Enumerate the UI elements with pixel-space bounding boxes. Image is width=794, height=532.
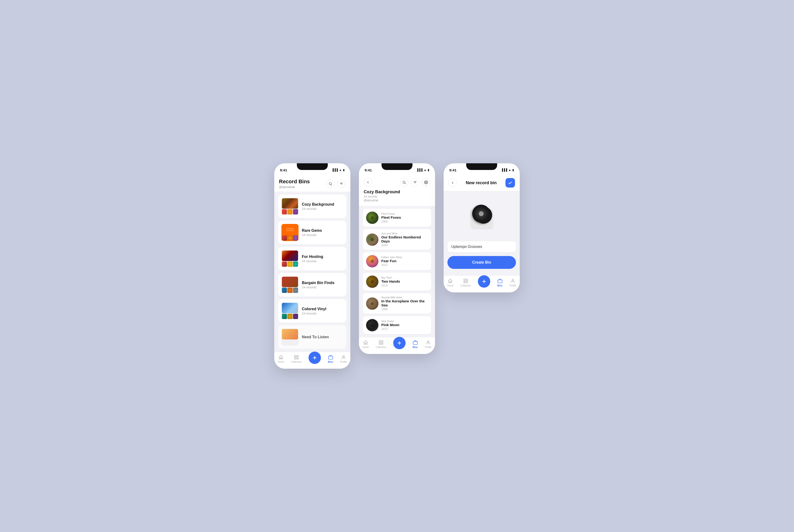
battery-icon-2: ▮ [428, 168, 429, 172]
bottom-nav-1: Home Collection Bins Profile [274, 352, 350, 369]
back-button-3[interactable] [448, 178, 457, 187]
nav-collection-2[interactable]: Collection [376, 340, 386, 348]
phone-screen2: 9:41 ▐▐▐ ▲ ▮ [359, 163, 435, 354]
nav-label-bins-2: Bins [413, 346, 418, 348]
bin-count-hosting: 24 records [302, 259, 343, 263]
confirm-button-3[interactable] [505, 178, 515, 188]
record-artist-nmh: Neutral Milk Hotel [381, 296, 428, 299]
record-info-fleetfoxes: Fleet Foxes Fleet Foxes 2008 [381, 212, 428, 223]
back-button-2[interactable] [364, 178, 372, 187]
detail-actions-2 [400, 178, 430, 187]
home-icon-2 [363, 340, 368, 345]
screen-3: New record bin [444, 175, 520, 292]
bin-name-cozy: Cozy Background [302, 202, 343, 207]
status-icons-2: ▐▐▐ ▲ ▮ [417, 168, 429, 172]
nav-add-1[interactable] [309, 352, 321, 364]
nav-label-collection-1: Collection [291, 361, 302, 363]
header-text-group: Record Bins @ejmudrak [279, 178, 310, 189]
settings-button-2[interactable] [422, 178, 430, 187]
status-time-2: 9:41 [365, 168, 372, 172]
bin-name-input-3[interactable] [451, 245, 512, 249]
svg-point-0 [329, 182, 331, 185]
search-button-1[interactable] [326, 179, 335, 188]
bin-thumbs-rare [282, 235, 298, 241]
svg-point-34 [512, 279, 514, 281]
status-time-1: 9:41 [280, 168, 287, 172]
profile-icon-2 [426, 340, 431, 345]
vinyl-visual-3 [466, 204, 497, 228]
nav-label-profile-1: Profile [340, 361, 347, 363]
bin-count-rare: 24 records [302, 233, 343, 237]
record-row-ironwine[interactable]: Iron and Wine Our Endless Numbered Days … [363, 229, 431, 250]
record-row-nmh[interactable]: Neutral Milk Hotel In the Aeroplane Over… [363, 293, 431, 314]
svg-rect-25 [413, 341, 417, 344]
new-bin-bottom-3: Create Bin [444, 256, 520, 276]
record-info-fjm: Father John Misty Fear Fun 2012 [381, 256, 428, 267]
bin-count-2: 24 records [364, 195, 430, 198]
sort-button-2[interactable] [411, 178, 419, 187]
bins-icon-1 [328, 355, 333, 360]
nav-bins-1[interactable]: Bins [328, 355, 333, 363]
record-row-bigthief[interactable]: Big Thief Two Hands 2019 [363, 273, 431, 291]
nav-add-3[interactable] [478, 275, 490, 288]
svg-rect-29 [464, 282, 465, 283]
nav-bins-2[interactable]: Bins [413, 340, 418, 348]
svg-rect-6 [297, 355, 298, 357]
record-info-nmh: Neutral Milk Hotel In the Aeroplane Over… [381, 296, 428, 311]
svg-point-18 [426, 182, 426, 183]
svg-rect-8 [297, 358, 298, 359]
record-title-nmh: In the Aeroplane Over the Sea [381, 299, 428, 307]
nav-home-3[interactable]: Home [447, 278, 454, 287]
nav-home-1[interactable]: Home [278, 355, 284, 363]
signal-icon: ▐▐▐ [332, 168, 338, 172]
record-row-nickdrake[interactable]: Nick Drake Pink Moon 1972 [363, 316, 431, 334]
nav-add-2[interactable] [393, 337, 406, 349]
nav-label-bins-1: Bins [328, 361, 333, 363]
svg-line-14 [405, 183, 406, 184]
nav-bins-3[interactable]: Bins [497, 278, 503, 287]
back-icon-3 [451, 181, 455, 185]
svg-rect-28 [466, 279, 468, 281]
signal-icon-3: ▐▐▐ [501, 168, 507, 172]
page-subtitle-1: @ejmudrak [279, 185, 310, 189]
bin-card-cozy[interactable]: Cozy Background 24 records [278, 194, 347, 218]
battery-icon-3: ▮ [512, 168, 514, 172]
search-button-2[interactable] [400, 178, 408, 187]
bin-card-rare[interactable]: CHANNELORANGE Rare Gems 24 records [278, 221, 347, 244]
create-bin-button-3[interactable]: Create Bin [447, 256, 516, 269]
bin-card-need[interactable]: Need To Listen [278, 325, 347, 349]
nav-profile-2[interactable]: Profile [425, 340, 431, 348]
notch-2 [382, 163, 412, 170]
collection-icon-2 [378, 340, 384, 345]
battery-icon: ▮ [343, 168, 345, 172]
search-icon-2 [402, 180, 406, 184]
bin-thumbs-cozy [282, 209, 298, 214]
nav-profile-3[interactable]: Profile [510, 278, 516, 287]
bottom-nav-3: Home Collection Bins Profile [444, 276, 520, 292]
nav-collection-1[interactable]: Collection [291, 355, 302, 363]
header-actions-1 [326, 179, 346, 188]
record-art-bigthief [366, 276, 378, 288]
nav-collection-3[interactable]: Collection [461, 278, 471, 287]
record-row-fjm[interactable]: Father John Misty Fear Fun 2012 [363, 252, 431, 270]
profile-icon-3 [510, 278, 515, 284]
record-art-nickdrake [366, 319, 378, 331]
svg-line-1 [331, 185, 332, 185]
bin-card-colored[interactable]: Colored Vinyl 24 records [278, 299, 347, 323]
status-icons-1: ▐▐▐ ▲ ▮ [332, 168, 345, 172]
record-art-fleetfoxes [366, 212, 378, 224]
search-icon-1 [329, 182, 332, 186]
svg-point-12 [343, 356, 344, 357]
sort-button-1[interactable] [337, 179, 346, 188]
nav-home-2[interactable]: Home [363, 340, 369, 348]
record-title-ironwine: Our Endless Numbered Days [381, 235, 428, 243]
vinyl-placeholder-3 [447, 195, 516, 238]
record-row-fleetfoxes[interactable]: Fleet Foxes Fleet Foxes 2008 [363, 209, 431, 227]
phone-screen3: 9:41 ▐▐▐ ▲ ▮ New record bin [444, 163, 520, 292]
record-artist-ironwine: Iron and Wine [381, 232, 428, 235]
page-title-1: Record Bins [279, 178, 310, 185]
bin-card-bargain[interactable]: Bargain Bin Finds 24 records [278, 273, 347, 297]
nav-profile-1[interactable]: Profile [340, 355, 347, 363]
bin-owner-2: @ejmudrak [364, 199, 430, 202]
bin-card-hosting[interactable]: For Hosting 24 records [278, 247, 347, 270]
